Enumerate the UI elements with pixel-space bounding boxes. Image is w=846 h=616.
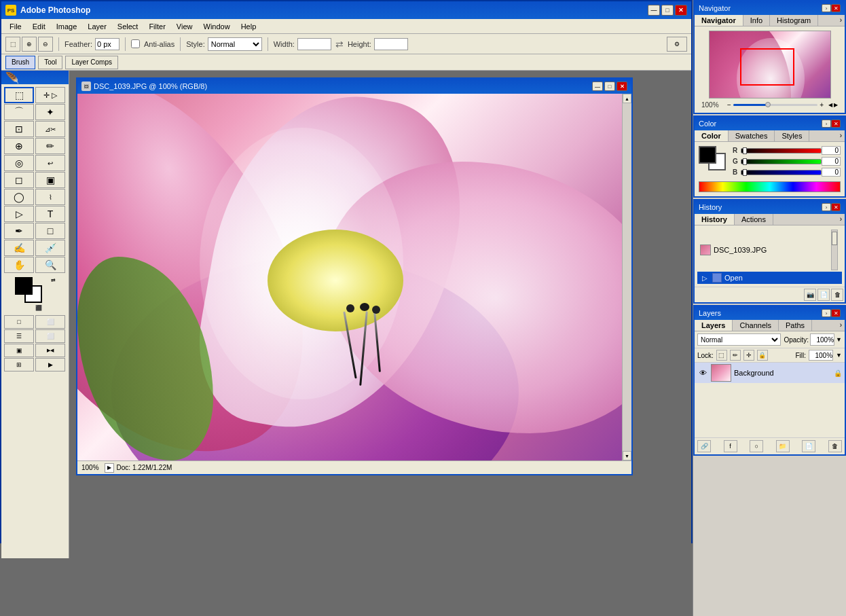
fg-swatch[interactable] [699,146,716,164]
blue-value[interactable] [822,168,841,177]
menu-image[interactable]: Image [51,21,83,32]
layer-style-btn[interactable]: f [724,440,737,452]
feather-input[interactable] [95,38,119,50]
screen-mode4[interactable]: ▶◀ [35,344,65,357]
tool-history-brush[interactable]: ↩ [35,155,65,171]
blend-mode-select[interactable]: Normal Multiply Screen [697,333,781,346]
layers-menu-btn[interactable]: › [837,320,845,331]
opacity-arrow[interactable]: ▼ [836,336,842,343]
history-scroll-thumb[interactable] [832,232,837,245]
tab-history[interactable]: History [695,214,735,225]
tab-info[interactable]: Info [743,15,770,26]
history-new-snapshot-btn[interactable]: 📷 [804,289,816,301]
red-value[interactable] [822,146,841,155]
tool-path[interactable]: ▷ [4,206,34,222]
menu-edit[interactable]: Edit [27,21,51,32]
opacity-input[interactable] [810,333,834,346]
swap-colors-btn[interactable]: ⇄ [51,277,56,283]
history-delete-btn[interactable]: 🗑 [831,289,843,301]
tool-gradient[interactable]: ▣ [35,172,65,188]
color-expand-btn[interactable]: › [822,120,831,128]
tool-lasso[interactable]: ⌒ [4,104,34,120]
menu-help[interactable]: Help [236,21,262,32]
tool-crop[interactable]: ⊡ [4,121,34,137]
tool-hand[interactable]: ✋ [4,257,34,273]
menu-select[interactable]: Select [112,21,144,32]
history-new-document-btn[interactable]: 📄 [817,289,830,301]
tool-healing[interactable]: ⊕ [4,138,34,154]
green-thumb[interactable] [743,158,747,165]
fg-color-swatch[interactable] [15,277,33,295]
scroll-up-btn[interactable]: ▲ [623,94,631,103]
close-button[interactable]: ✕ [675,5,687,16]
fill-arrow[interactable]: ▼ [836,352,842,359]
tab-channels[interactable]: Channels [733,320,778,331]
blue-thumb[interactable] [743,169,747,176]
tab-actions[interactable]: Actions [735,214,773,225]
layer-eye-icon[interactable]: 👁 [697,367,708,378]
history-item-open[interactable]: ▷ Open [697,272,842,284]
screen-mode6[interactable]: ▶ [35,358,65,372]
quick-mask-off[interactable]: □ [4,315,34,329]
nav-zoom-slider[interactable] [733,104,817,106]
green-value[interactable] [822,157,841,166]
tool-move[interactable]: ✛ ▷ [35,87,65,103]
menu-window[interactable]: Window [198,21,236,32]
history-expand-btn[interactable]: › [822,203,831,211]
green-slider[interactable] [741,159,822,164]
tool-text[interactable]: T [35,206,65,222]
tab-paths[interactable]: Paths [779,320,812,331]
navigator-menu-btn[interactable]: › [837,15,845,26]
blue-slider[interactable] [741,170,822,175]
tool-smudge[interactable]: ⌇ [35,189,65,205]
menu-view[interactable]: View [171,21,198,32]
nav-zoom-plus-btn[interactable]: + [820,101,824,109]
tab-color[interactable]: Color [695,130,729,141]
tab-navigator[interactable]: Navigator [695,15,743,26]
status-icon[interactable]: ▶ [105,463,114,473]
screen-mode1[interactable]: ☰ [4,329,34,343]
red-slider[interactable] [741,148,822,153]
tool-eyedropper[interactable]: 💉 [35,240,65,256]
menu-file[interactable]: File [4,21,27,32]
screen-mode2[interactable]: ⬜ [35,329,65,343]
style-select[interactable]: Normal Fixed Aspect Ratio Fixed Size [208,37,262,51]
minimize-button[interactable]: — [648,5,660,16]
lock-position-btn[interactable]: ✛ [743,350,754,361]
menu-filter[interactable]: Filter [143,21,170,32]
navigator-close-btn[interactable]: ✕ [831,4,841,12]
tool-slice[interactable]: ⊿✂ [35,121,65,137]
layer-mask-btn[interactable]: ○ [750,440,763,452]
nav-next-btn[interactable]: ▶ [834,102,838,108]
nav-zoom-minus-btn[interactable]: − [727,101,731,109]
lock-pixels-btn[interactable]: ✏ [730,350,741,361]
tool-magic-wand[interactable]: ✦ [35,104,65,120]
height-input[interactable] [374,38,408,50]
layer-link-btn[interactable]: 🔗 [697,440,711,452]
layer-delete-btn[interactable]: 🗑 [828,440,842,452]
doc-maximize-btn[interactable]: □ [604,81,615,91]
color-spectrum[interactable] [699,181,841,192]
brush-tool-btn[interactable]: Brush [5,56,35,69]
tool-stamp[interactable]: ◎ [4,155,34,171]
tool-notes[interactable]: ✍ [4,240,34,256]
tab-styles[interactable]: Styles [775,130,809,141]
color-close-btn[interactable]: ✕ [831,120,841,128]
tool-marquee[interactable]: ⬚ [4,87,34,103]
anti-alias-checkbox[interactable] [131,39,140,48]
layers-expand-btn[interactable]: › [822,309,831,317]
doc-minimize-btn[interactable]: — [592,81,603,91]
tool-btn[interactable]: Tool [38,56,62,69]
tool-zoom[interactable]: 🔍 [35,257,65,273]
width-input[interactable] [297,38,331,50]
color-menu-btn[interactable]: › [837,130,845,141]
history-menu-btn[interactable]: › [837,214,845,225]
lock-transparent-btn[interactable]: ⬚ [716,350,727,361]
history-close-btn[interactable]: ✕ [831,203,841,211]
fill-input[interactable] [809,350,833,361]
marquee-options2[interactable]: ⊕ [22,37,37,52]
scroll-down-btn[interactable]: ▼ [623,451,631,460]
tool-eraser[interactable]: ◻ [4,172,34,188]
tool-pen[interactable]: ✒ [4,223,34,239]
options-btn[interactable]: ⚙ [667,37,687,52]
